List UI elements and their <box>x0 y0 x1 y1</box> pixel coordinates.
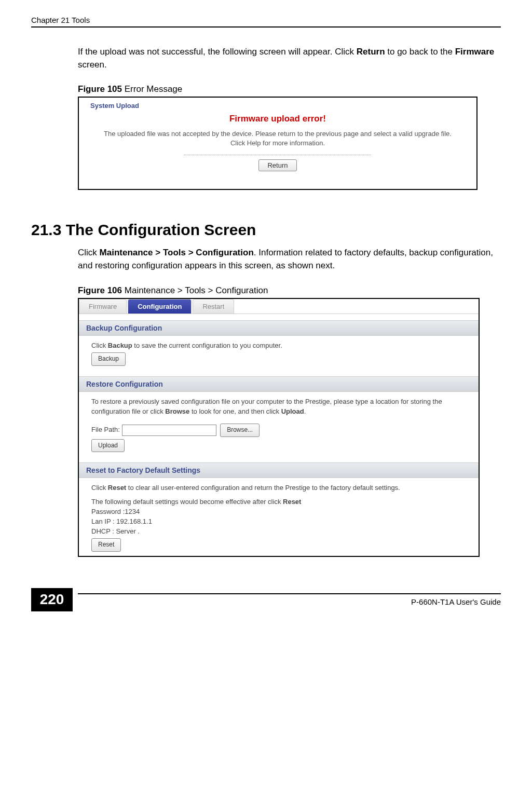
guide-name: P-660N-T1A User's Guide <box>78 593 501 606</box>
reset-content: Click Reset to clear all user-entered co… <box>79 478 479 556</box>
page-number: 220 <box>31 588 73 611</box>
tab-firmware[interactable]: Firmware <box>79 299 127 313</box>
backup-content: Click Backup to save the current configu… <box>79 336 479 370</box>
chapter-header: Chapter 21 Tools <box>31 16 501 28</box>
figure-105-caption: Figure 105 Error Message <box>78 84 501 94</box>
backup-heading: Backup Configuration <box>79 320 479 336</box>
tab-configuration[interactable]: Configuration <box>128 299 192 313</box>
reset-button[interactable]: Reset <box>91 538 121 551</box>
return-button[interactable]: Return <box>258 159 296 171</box>
file-path-input[interactable] <box>122 425 216 436</box>
figure-105: System Upload Firmware upload error! The… <box>78 97 478 190</box>
separator <box>184 155 371 155</box>
tabs: Firmware Configuration Restart <box>79 299 479 314</box>
default-password: Password :1234 <box>91 507 468 517</box>
browse-button[interactable]: Browse... <box>220 424 260 437</box>
figure-105-title: Error Message <box>122 84 182 94</box>
tab-restart[interactable]: Restart <box>193 299 234 313</box>
figure-106: Firmware Configuration Restart Backup Co… <box>78 298 480 557</box>
figure-106-label: Figure 106 <box>78 285 122 295</box>
upload-button[interactable]: Upload <box>91 439 125 452</box>
firmware-error-heading: Firmware upload error! <box>79 114 476 124</box>
restore-heading: Restore Configuration <box>79 376 479 392</box>
figure-105-label: Figure 105 <box>78 84 122 94</box>
system-upload-title: System Upload <box>79 98 476 113</box>
section-paragraph: Click Maintenance > Tools > Configuratio… <box>78 247 501 272</box>
default-dhcp: DHCP : Server . <box>91 527 468 537</box>
figure-106-title: Maintenance > Tools > Configuration <box>122 285 268 295</box>
figure-106-caption: Figure 106 Maintenance > Tools > Configu… <box>78 285 501 296</box>
file-path-label: File Path: <box>91 426 120 433</box>
page-footer: 220 P-660N-T1A User's Guide <box>31 588 501 611</box>
intro-paragraph: If the upload was not successful, the fo… <box>78 46 501 71</box>
restore-content: To restore a previously saved configurat… <box>79 392 479 456</box>
reset-heading: Reset to Factory Default Settings <box>79 462 479 478</box>
firmware-error-message: The uploaded file was not accepted by th… <box>100 129 456 148</box>
backup-button[interactable]: Backup <box>91 352 126 365</box>
section-heading: 21.3 The Configuration Screen <box>31 221 501 239</box>
default-lanip: Lan IP : 192.168.1.1 <box>91 517 468 527</box>
